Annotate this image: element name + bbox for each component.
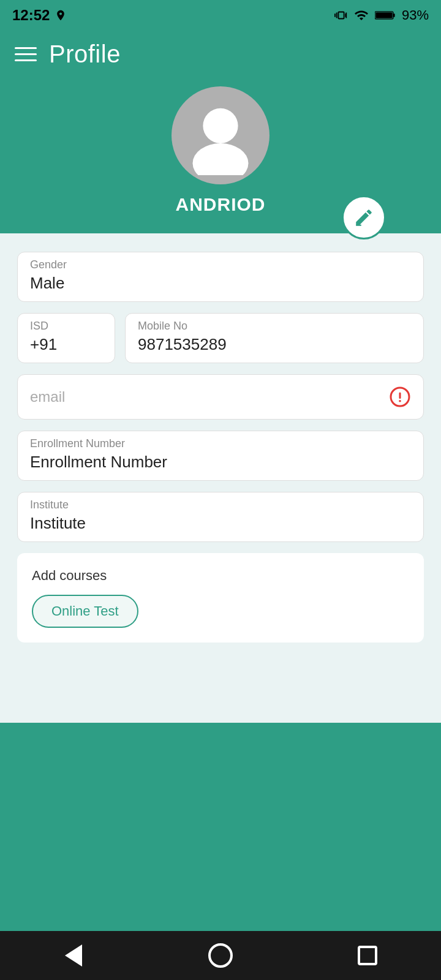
vibrate-icon	[334, 9, 348, 22]
svg-point-8	[399, 400, 401, 402]
menu-button[interactable]	[15, 47, 37, 61]
enrollment-label: Enrollment Number	[30, 437, 411, 450]
institute-field: Institute Institute	[17, 492, 424, 542]
avatar-svg	[181, 96, 260, 175]
svg-point-4	[193, 143, 249, 175]
svg-rect-2	[375, 12, 392, 18]
mobile-label: Mobile No	[138, 320, 411, 333]
user-name: ANDRIOD	[176, 194, 266, 215]
navigation-bar	[0, 931, 441, 980]
home-icon	[208, 943, 233, 968]
page-title: Profile	[49, 40, 121, 68]
edit-icon	[353, 207, 374, 228]
institute-value: Institute	[30, 514, 411, 533]
avatar	[172, 86, 270, 184]
back-button[interactable]	[55, 937, 92, 974]
institute-label: Institute	[30, 499, 411, 511]
status-time: 12:52	[12, 7, 67, 24]
enrollment-field: Enrollment Number Enrollment Number	[17, 431, 424, 481]
recent-icon	[358, 946, 377, 965]
wifi-icon	[354, 8, 369, 23]
add-courses-section: Add courses Online Test	[17, 553, 424, 643]
content-area: Gender Male ISD +91 Mobile No 9871535289…	[0, 233, 441, 723]
gender-value: Male	[30, 274, 411, 293]
mobile-value: 9871535289	[138, 335, 411, 354]
isd-field: ISD +91	[17, 313, 115, 363]
home-button[interactable]	[202, 937, 239, 974]
svg-point-3	[203, 108, 238, 143]
status-icons: 93%	[334, 7, 429, 23]
email-field[interactable]: email	[17, 374, 424, 420]
add-courses-title: Add courses	[32, 568, 409, 584]
phone-row: ISD +91 Mobile No 9871535289	[17, 313, 424, 363]
mobile-field: Mobile No 9871535289	[125, 313, 424, 363]
status-bar: 12:52 93%	[0, 0, 441, 31]
course-tag-online-test[interactable]: Online Test	[32, 595, 138, 628]
time-display: 12:52	[12, 7, 50, 24]
gender-field: Gender Male	[17, 252, 424, 302]
header: Profile	[0, 31, 441, 68]
battery-text: 93%	[402, 7, 429, 23]
bottom-teal-area	[0, 723, 441, 931]
edit-button[interactable]	[342, 195, 386, 239]
error-icon	[389, 386, 411, 408]
enrollment-value: Enrollment Number	[30, 453, 411, 472]
location-icon	[55, 9, 67, 21]
avatar-section: ANDRIOD	[0, 68, 441, 233]
back-icon	[65, 944, 82, 967]
recent-button[interactable]	[349, 937, 386, 974]
gender-label: Gender	[30, 258, 411, 271]
svg-rect-1	[393, 13, 395, 17]
battery-icon	[375, 9, 396, 21]
isd-value: +91	[30, 335, 102, 354]
email-placeholder: email	[30, 388, 65, 405]
isd-label: ISD	[30, 320, 102, 333]
